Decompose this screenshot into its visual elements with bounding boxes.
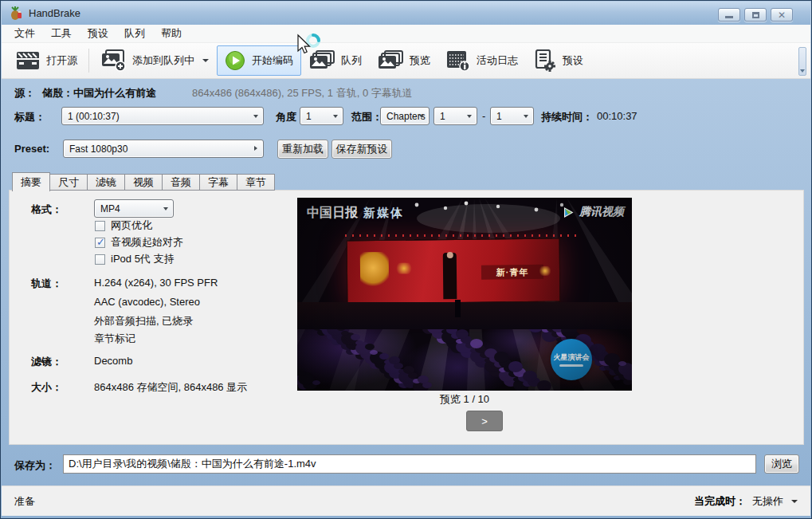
- minimize-icon: [725, 16, 733, 18]
- handbrake-app-icon: [9, 6, 23, 21]
- tracks-label: 轨道：: [31, 277, 62, 291]
- format-select[interactable]: MP4: [94, 199, 174, 218]
- when-done-value: 无操作: [752, 494, 783, 509]
- chevron-down-icon: [524, 115, 528, 118]
- tab-audio[interactable]: 音频: [163, 174, 200, 191]
- photo-stack-icon: [378, 50, 403, 71]
- statusbar: 准备 当完成时： 无操作: [2, 486, 810, 516]
- tencent-video-text: 腾讯视频: [579, 205, 624, 219]
- track-subtitle: 外部音频扫描, 已烧录: [94, 314, 193, 328]
- close-button[interactable]: ✕: [771, 8, 793, 22]
- save-path-input[interactable]: [63, 454, 756, 474]
- format-select-value: MP4: [100, 203, 120, 214]
- checkbox-web-optimized[interactable]: [95, 221, 105, 231]
- open-source-label: 打开源: [46, 53, 77, 68]
- preset-select[interactable]: Fast 1080p30: [63, 140, 264, 158]
- menu-item-file[interactable]: 文件: [6, 24, 43, 43]
- range-type-select[interactable]: Chapters: [380, 107, 430, 125]
- add-to-queue-button[interactable]: 添加到队列中: [92, 45, 217, 77]
- toolbar-overflow-handle[interactable]: [798, 47, 806, 76]
- add-to-queue-label: 添加到队列中: [132, 53, 194, 68]
- title-label: 标题：: [14, 110, 45, 124]
- chapter-start-select[interactable]: 1: [433, 107, 477, 125]
- toolbar: 打开源 添加到队列中 开始编码: [2, 43, 810, 79]
- chapter-end-select[interactable]: 1: [490, 107, 534, 125]
- reload-preset-button[interactable]: 重新加载: [277, 140, 328, 159]
- tab-chapters[interactable]: 章节: [237, 174, 275, 191]
- screen-title-band: 新·青年: [481, 265, 543, 280]
- activity-log-button[interactable]: 活动日志: [438, 45, 526, 77]
- activity-log-label: 活动日志: [477, 53, 518, 68]
- screen-title-text: 新·青年: [496, 266, 529, 278]
- when-done-control[interactable]: 当完成时： 无操作: [694, 494, 798, 509]
- menu-item-tools[interactable]: 工具: [43, 24, 80, 43]
- preview-button[interactable]: 预览: [370, 45, 438, 76]
- checkbox-ipod[interactable]: [95, 254, 105, 265]
- preset-label: Preset:: [14, 143, 49, 155]
- chapter-range-dash: -: [482, 110, 485, 122]
- menu-item-queue[interactable]: 队列: [116, 24, 153, 43]
- preview-label: 预览: [410, 53, 430, 68]
- next-preview-button[interactable]: >: [466, 411, 503, 431]
- mars-talk-text: 火星演讲会: [554, 352, 590, 363]
- source-details: 864x486 (864x486), 25 FPS, 1 音轨, 0 字幕轨道: [192, 86, 413, 100]
- queue-button[interactable]: 队列: [301, 45, 370, 76]
- titlebar[interactable]: HandBrake ✕: [2, 2, 810, 25]
- menubar: 文件 工具 预设 队列 帮助: [2, 25, 810, 43]
- track-audio: AAC (avcodec), Stereo: [94, 296, 200, 308]
- open-source-button[interactable]: 打开源: [8, 45, 85, 76]
- browse-label: 浏览: [771, 457, 792, 471]
- filters-value: Decomb: [94, 355, 132, 367]
- tab-bar: 摘要 尺寸 滤镜 视频 音频 字幕 章节: [12, 171, 275, 191]
- duration-label: 持续时间：: [541, 110, 593, 124]
- tab-video[interactable]: 视频: [125, 174, 163, 191]
- checkbox-row-av-align[interactable]: 音视频起始对齐: [95, 236, 183, 249]
- presets-label: 预设: [563, 53, 583, 68]
- photo-add-icon: [100, 49, 126, 72]
- close-icon: ✕: [778, 10, 786, 20]
- tab-dimensions[interactable]: 尺寸: [50, 174, 88, 191]
- window-title: HandBrake: [29, 7, 80, 19]
- source-title: 储殷：中国为什么有前途: [42, 86, 156, 100]
- tab-summary[interactable]: 摘要: [12, 172, 50, 191]
- chevron-down-icon: [791, 500, 798, 503]
- presets-button[interactable]: 预设: [526, 45, 591, 77]
- tab-subtitles[interactable]: 字幕: [200, 174, 237, 191]
- size-value: 864x486 存储空间, 864x486 显示: [94, 380, 247, 395]
- chevron-down-icon: [202, 59, 209, 62]
- browse-button[interactable]: 浏览: [764, 454, 799, 474]
- checkbox-ipod-label: iPod 5代 支持: [111, 252, 174, 266]
- chevron-down-icon: [253, 115, 258, 118]
- checkbox-av-align[interactable]: [95, 238, 105, 248]
- minimize-button[interactable]: [718, 8, 740, 22]
- china-daily-text: 中国日报: [307, 205, 358, 222]
- new-media-text: 新媒体: [363, 206, 404, 221]
- when-done-label: 当完成时：: [694, 494, 746, 509]
- menu-item-presets[interactable]: 预设: [80, 24, 116, 43]
- photo-stack-icon: [309, 50, 335, 71]
- gold-emblem: [360, 252, 389, 287]
- filters-label: 滤镜：: [31, 355, 62, 369]
- toolbar-separator: [88, 49, 89, 73]
- save-new-preset-button[interactable]: 保存新预设: [331, 140, 392, 159]
- led-screen: 新·青年: [347, 238, 561, 305]
- tab-filters[interactable]: 滤镜: [88, 174, 125, 191]
- checkbox-web-optimized-label: 网页优化: [111, 218, 152, 233]
- chapter-end-value: 1: [496, 111, 502, 122]
- tencent-video-icon: [562, 206, 575, 219]
- checkbox-row-ipod[interactable]: iPod 5代 支持: [95, 253, 174, 265]
- angle-select[interactable]: 1: [300, 107, 343, 125]
- menu-item-help[interactable]: 帮助: [153, 24, 190, 43]
- start-encode-button[interactable]: 开始编码: [217, 45, 301, 76]
- title-select[interactable]: 1 (00:10:37): [61, 107, 264, 125]
- preview-caption: 预览 1 / 10: [297, 392, 632, 407]
- checkbox-row-web-optimized[interactable]: 网页优化: [95, 219, 152, 232]
- source-label: 源：: [14, 86, 35, 100]
- watermark-tencent-video: 腾讯视频: [562, 205, 624, 219]
- next-preview-label: >: [481, 415, 488, 427]
- status-ready-text: 准备: [14, 494, 35, 509]
- mars-talk-subline: [559, 364, 583, 367]
- maximize-button[interactable]: [744, 8, 767, 22]
- stage-truss-lights: [345, 234, 576, 237]
- chevron-right-icon: [254, 146, 257, 151]
